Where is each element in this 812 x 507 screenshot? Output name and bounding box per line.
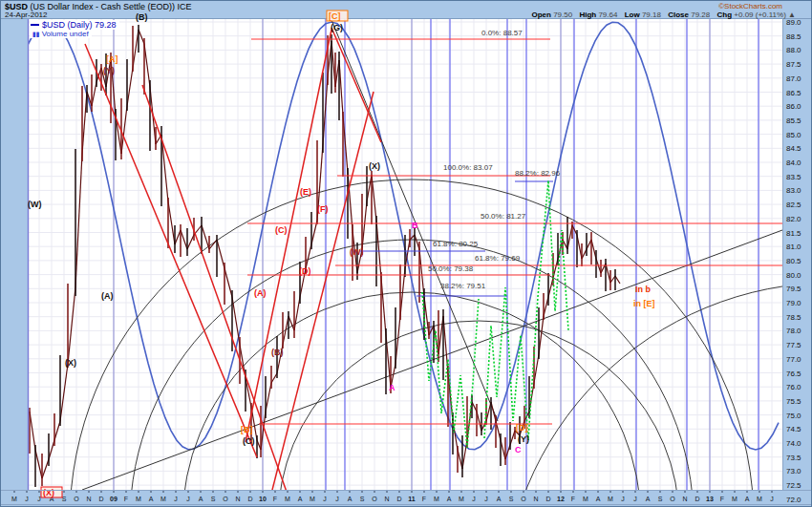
x-axis-month-label: M [434,496,439,502]
wave-label: (X) [43,488,54,497]
volume-legend: ▮▮Volume undef [30,30,92,38]
x-axis-month-label: A [745,496,750,502]
x-axis-month-label: 09 [110,496,118,502]
wave-label: [B] [241,425,253,434]
fibonacci-level-label: 38.2%: 79.51 [440,282,486,290]
wave-label: (E) [300,187,311,197]
x-axis-month-label: J [25,496,29,502]
x-axis-month-label: 13 [706,496,714,502]
y-axis-price-label: 83.0 [786,186,801,195]
x-axis-month-label: J [174,496,178,502]
x-axis-month-label: M [608,496,613,502]
y-axis-price-label: 77.0 [786,355,801,364]
low-label: Low [625,11,640,19]
stockcharts-chart-window: 89.088.588.087.587.086.586.085.585.084.5… [0,0,812,507]
wave-label: In b [635,285,651,294]
y-axis-price-label: 73.5 [786,454,801,462]
wave-label: in [E] [633,299,655,308]
x-axis-month-label: M [757,496,762,502]
volume-bars-icon: ▮▮ [32,31,40,37]
fibonacci-level-label: 50.0%: 81.27 [481,212,526,221]
y-axis-price-label: 89.0 [786,18,801,27]
x-axis-month-label: A [199,496,203,502]
x-axis-month-label: M [160,496,166,502]
wave-label: (G) [331,23,343,32]
x-axis-month-label: F [124,496,128,502]
wave-label: (F) [317,204,329,214]
y-axis-price-label: 84.0 [786,158,801,167]
x-axis-month-label: M [285,496,290,502]
x-axis-month-label: M [11,496,17,502]
x-axis-month-label: O [372,496,377,502]
x-axis-month-label: M [459,496,464,502]
x-axis-month-label: A [298,496,303,502]
x-axis-month-label: M [310,496,315,502]
series-line-swatch [31,24,39,26]
x-axis-month-label: J [335,496,339,502]
wave-label: (Y) [103,66,115,75]
fibonacci-level-label: 100.0%: 83.07 [443,163,493,172]
series-legend: $USD (Daily) 79.28 [30,20,119,30]
x-axis-month-label: S [509,496,514,502]
y-axis-price-label: 75.0 [786,412,801,420]
x-axis-month-label: 10 [259,496,267,502]
y-axis-price-label: 75.5 [786,397,801,406]
y-axis-price-label: 74.0 [786,439,801,448]
fibonacci-level-label: 61.8%: 80.25 [433,240,479,248]
series-legend-label: $USD (Daily) 79.28 [42,20,117,30]
x-axis-month-label: J [633,496,637,502]
x-axis-month-label: M [732,496,737,502]
x-axis-month-label: O [670,496,675,502]
x-axis-month-label: 12 [557,496,565,502]
y-axis-price-label: 72.5 [786,481,801,490]
wave-label: (A) [254,288,267,298]
fibonacci-level-label: 0.0%: 88.57 [481,29,523,37]
x-axis-month-label: D [545,496,550,502]
price-chart-canvas: 89.088.588.087.587.086.586.085.585.084.5… [1,1,812,507]
y-axis-price-label: 86.0 [786,102,801,111]
y-axis-price-label: 79.5 [786,285,801,293]
x-axis-month-label: J [484,496,488,502]
high-label: High [579,11,596,19]
y-axis-price-label: 76.5 [786,370,801,378]
wave-label: A [389,383,395,392]
x-axis-month-label: D [98,496,103,502]
x-axis-month-label: A [348,496,353,502]
y-axis-price-label: 74.5 [786,425,801,433]
y-axis-price-label: 82.5 [786,201,801,209]
y-axis-price-label: 81.5 [786,229,801,238]
wave-label: (C) [243,436,255,446]
y-axis-price-label: 85.0 [786,131,801,139]
x-axis-month-label: J [186,496,190,502]
wave-label: (X) [369,161,380,171]
low-value: 79.18 [642,11,661,19]
x-axis-month-label: M [136,496,141,502]
fibonacci-level-label: 88.2%: 82.96 [515,169,561,178]
y-axis-price-label: 88.0 [786,46,801,54]
fibonacci-level-label: 61.8%: 79.69 [475,254,521,263]
wave-label: (B) [271,348,284,357]
y-axis-price-label: 81.0 [786,243,801,251]
chart-header: $USD (US Dollar Index - Cash Settle (EOD… [1,1,811,19]
y-axis-price-label: 79.0 [786,299,801,307]
x-axis-month-label: F [422,496,426,502]
x-axis-month-label: M [583,496,588,502]
y-axis-price-label: 85.5 [786,116,801,125]
x-axis-month-label: F [571,496,575,502]
y-axis-price-label: 88.5 [786,32,801,41]
x-axis-month-label: N [682,496,687,502]
x-axis-month-label: A [497,496,502,502]
wave-label: C [515,445,522,454]
x-axis-month-label: D [396,496,401,502]
x-axis-month-label: N [235,496,240,502]
x-axis-month-label: F [273,496,277,502]
close-value: 79.28 [691,11,710,19]
y-axis-price-label: 80.0 [786,271,801,280]
wave-label: (W) [28,200,42,209]
x-axis-month-label: O [521,496,526,502]
y-axis-price-label: 80.5 [786,257,801,265]
y-axis-price-label: 87.5 [786,60,801,69]
x-axis-month-label: A [646,496,651,502]
volume-legend-label: Volume undef [42,30,89,38]
wave-label: (C) [275,225,288,235]
